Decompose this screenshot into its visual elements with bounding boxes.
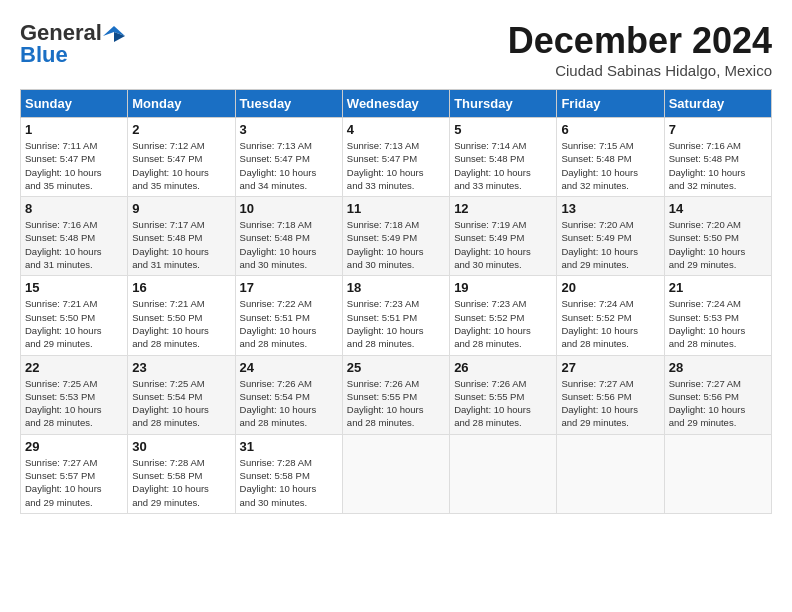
day-number-24: 24 bbox=[240, 360, 338, 375]
day-info-9: Sunrise: 7:17 AM Sunset: 5:48 PM Dayligh… bbox=[132, 218, 230, 271]
calendar-week-2: 8Sunrise: 7:16 AM Sunset: 5:48 PM Daylig… bbox=[21, 197, 772, 276]
day-info-8: Sunrise: 7:16 AM Sunset: 5:48 PM Dayligh… bbox=[25, 218, 123, 271]
calendar-week-5: 29Sunrise: 7:27 AM Sunset: 5:57 PM Dayli… bbox=[21, 434, 772, 513]
calendar-day-30: 30Sunrise: 7:28 AM Sunset: 5:58 PM Dayli… bbox=[128, 434, 235, 513]
day-info-16: Sunrise: 7:21 AM Sunset: 5:50 PM Dayligh… bbox=[132, 297, 230, 350]
calendar-day-9: 9Sunrise: 7:17 AM Sunset: 5:48 PM Daylig… bbox=[128, 197, 235, 276]
calendar-header-tuesday: Tuesday bbox=[235, 90, 342, 118]
day-info-2: Sunrise: 7:12 AM Sunset: 5:47 PM Dayligh… bbox=[132, 139, 230, 192]
calendar-day-11: 11Sunrise: 7:18 AM Sunset: 5:49 PM Dayli… bbox=[342, 197, 449, 276]
day-number-6: 6 bbox=[561, 122, 659, 137]
day-number-1: 1 bbox=[25, 122, 123, 137]
day-info-17: Sunrise: 7:22 AM Sunset: 5:51 PM Dayligh… bbox=[240, 297, 338, 350]
day-number-10: 10 bbox=[240, 201, 338, 216]
day-number-7: 7 bbox=[669, 122, 767, 137]
calendar-day-5: 5Sunrise: 7:14 AM Sunset: 5:48 PM Daylig… bbox=[450, 118, 557, 197]
day-number-5: 5 bbox=[454, 122, 552, 137]
day-number-15: 15 bbox=[25, 280, 123, 295]
day-info-18: Sunrise: 7:23 AM Sunset: 5:51 PM Dayligh… bbox=[347, 297, 445, 350]
day-number-11: 11 bbox=[347, 201, 445, 216]
day-number-20: 20 bbox=[561, 280, 659, 295]
calendar-day-22: 22Sunrise: 7:25 AM Sunset: 5:53 PM Dayli… bbox=[21, 355, 128, 434]
calendar-header-thursday: Thursday bbox=[450, 90, 557, 118]
calendar-day-26: 26Sunrise: 7:26 AM Sunset: 5:55 PM Dayli… bbox=[450, 355, 557, 434]
day-number-4: 4 bbox=[347, 122, 445, 137]
calendar-day-18: 18Sunrise: 7:23 AM Sunset: 5:51 PM Dayli… bbox=[342, 276, 449, 355]
day-info-29: Sunrise: 7:27 AM Sunset: 5:57 PM Dayligh… bbox=[25, 456, 123, 509]
calendar-day-23: 23Sunrise: 7:25 AM Sunset: 5:54 PM Dayli… bbox=[128, 355, 235, 434]
day-number-21: 21 bbox=[669, 280, 767, 295]
day-number-17: 17 bbox=[240, 280, 338, 295]
day-info-21: Sunrise: 7:24 AM Sunset: 5:53 PM Dayligh… bbox=[669, 297, 767, 350]
calendar-day-2: 2Sunrise: 7:12 AM Sunset: 5:47 PM Daylig… bbox=[128, 118, 235, 197]
day-info-23: Sunrise: 7:25 AM Sunset: 5:54 PM Dayligh… bbox=[132, 377, 230, 430]
calendar-day-10: 10Sunrise: 7:18 AM Sunset: 5:48 PM Dayli… bbox=[235, 197, 342, 276]
day-number-9: 9 bbox=[132, 201, 230, 216]
calendar-day-20: 20Sunrise: 7:24 AM Sunset: 5:52 PM Dayli… bbox=[557, 276, 664, 355]
day-info-28: Sunrise: 7:27 AM Sunset: 5:56 PM Dayligh… bbox=[669, 377, 767, 430]
calendar-day-7: 7Sunrise: 7:16 AM Sunset: 5:48 PM Daylig… bbox=[664, 118, 771, 197]
day-number-26: 26 bbox=[454, 360, 552, 375]
day-number-30: 30 bbox=[132, 439, 230, 454]
calendar-week-4: 22Sunrise: 7:25 AM Sunset: 5:53 PM Dayli… bbox=[21, 355, 772, 434]
day-info-6: Sunrise: 7:15 AM Sunset: 5:48 PM Dayligh… bbox=[561, 139, 659, 192]
header: General Blue December 2024 Ciudad Sabina… bbox=[20, 20, 772, 79]
calendar-day-24: 24Sunrise: 7:26 AM Sunset: 5:54 PM Dayli… bbox=[235, 355, 342, 434]
day-info-22: Sunrise: 7:25 AM Sunset: 5:53 PM Dayligh… bbox=[25, 377, 123, 430]
day-info-1: Sunrise: 7:11 AM Sunset: 5:47 PM Dayligh… bbox=[25, 139, 123, 192]
calendar-day-6: 6Sunrise: 7:15 AM Sunset: 5:48 PM Daylig… bbox=[557, 118, 664, 197]
day-number-14: 14 bbox=[669, 201, 767, 216]
calendar-empty-cell bbox=[450, 434, 557, 513]
day-info-27: Sunrise: 7:27 AM Sunset: 5:56 PM Dayligh… bbox=[561, 377, 659, 430]
calendar-day-16: 16Sunrise: 7:21 AM Sunset: 5:50 PM Dayli… bbox=[128, 276, 235, 355]
day-info-4: Sunrise: 7:13 AM Sunset: 5:47 PM Dayligh… bbox=[347, 139, 445, 192]
logo: General Blue bbox=[20, 20, 126, 68]
calendar-day-28: 28Sunrise: 7:27 AM Sunset: 5:56 PM Dayli… bbox=[664, 355, 771, 434]
calendar-day-4: 4Sunrise: 7:13 AM Sunset: 5:47 PM Daylig… bbox=[342, 118, 449, 197]
day-info-5: Sunrise: 7:14 AM Sunset: 5:48 PM Dayligh… bbox=[454, 139, 552, 192]
day-number-16: 16 bbox=[132, 280, 230, 295]
calendar-week-3: 15Sunrise: 7:21 AM Sunset: 5:50 PM Dayli… bbox=[21, 276, 772, 355]
day-info-30: Sunrise: 7:28 AM Sunset: 5:58 PM Dayligh… bbox=[132, 456, 230, 509]
calendar-day-12: 12Sunrise: 7:19 AM Sunset: 5:49 PM Dayli… bbox=[450, 197, 557, 276]
calendar-empty-cell bbox=[664, 434, 771, 513]
day-number-22: 22 bbox=[25, 360, 123, 375]
calendar-header-monday: Monday bbox=[128, 90, 235, 118]
calendar: SundayMondayTuesdayWednesdayThursdayFrid… bbox=[20, 89, 772, 514]
calendar-day-3: 3Sunrise: 7:13 AM Sunset: 5:47 PM Daylig… bbox=[235, 118, 342, 197]
month-title: December 2024 bbox=[508, 20, 772, 62]
day-info-26: Sunrise: 7:26 AM Sunset: 5:55 PM Dayligh… bbox=[454, 377, 552, 430]
calendar-day-14: 14Sunrise: 7:20 AM Sunset: 5:50 PM Dayli… bbox=[664, 197, 771, 276]
day-number-8: 8 bbox=[25, 201, 123, 216]
calendar-empty-cell bbox=[557, 434, 664, 513]
day-number-19: 19 bbox=[454, 280, 552, 295]
calendar-day-15: 15Sunrise: 7:21 AM Sunset: 5:50 PM Dayli… bbox=[21, 276, 128, 355]
day-number-2: 2 bbox=[132, 122, 230, 137]
logo-blue: Blue bbox=[20, 42, 68, 68]
day-number-28: 28 bbox=[669, 360, 767, 375]
calendar-day-25: 25Sunrise: 7:26 AM Sunset: 5:55 PM Dayli… bbox=[342, 355, 449, 434]
calendar-day-17: 17Sunrise: 7:22 AM Sunset: 5:51 PM Dayli… bbox=[235, 276, 342, 355]
day-info-11: Sunrise: 7:18 AM Sunset: 5:49 PM Dayligh… bbox=[347, 218, 445, 271]
calendar-day-29: 29Sunrise: 7:27 AM Sunset: 5:57 PM Dayli… bbox=[21, 434, 128, 513]
calendar-day-31: 31Sunrise: 7:28 AM Sunset: 5:58 PM Dayli… bbox=[235, 434, 342, 513]
day-info-20: Sunrise: 7:24 AM Sunset: 5:52 PM Dayligh… bbox=[561, 297, 659, 350]
logo-bird-icon bbox=[103, 24, 125, 42]
calendar-day-8: 8Sunrise: 7:16 AM Sunset: 5:48 PM Daylig… bbox=[21, 197, 128, 276]
day-number-12: 12 bbox=[454, 201, 552, 216]
day-number-31: 31 bbox=[240, 439, 338, 454]
day-info-10: Sunrise: 7:18 AM Sunset: 5:48 PM Dayligh… bbox=[240, 218, 338, 271]
day-info-12: Sunrise: 7:19 AM Sunset: 5:49 PM Dayligh… bbox=[454, 218, 552, 271]
day-number-13: 13 bbox=[561, 201, 659, 216]
day-number-27: 27 bbox=[561, 360, 659, 375]
day-info-31: Sunrise: 7:28 AM Sunset: 5:58 PM Dayligh… bbox=[240, 456, 338, 509]
day-info-14: Sunrise: 7:20 AM Sunset: 5:50 PM Dayligh… bbox=[669, 218, 767, 271]
day-number-29: 29 bbox=[25, 439, 123, 454]
title-area: December 2024 Ciudad Sabinas Hidalgo, Me… bbox=[508, 20, 772, 79]
day-number-25: 25 bbox=[347, 360, 445, 375]
day-info-25: Sunrise: 7:26 AM Sunset: 5:55 PM Dayligh… bbox=[347, 377, 445, 430]
location-title: Ciudad Sabinas Hidalgo, Mexico bbox=[508, 62, 772, 79]
calendar-day-19: 19Sunrise: 7:23 AM Sunset: 5:52 PM Dayli… bbox=[450, 276, 557, 355]
calendar-empty-cell bbox=[342, 434, 449, 513]
day-info-24: Sunrise: 7:26 AM Sunset: 5:54 PM Dayligh… bbox=[240, 377, 338, 430]
